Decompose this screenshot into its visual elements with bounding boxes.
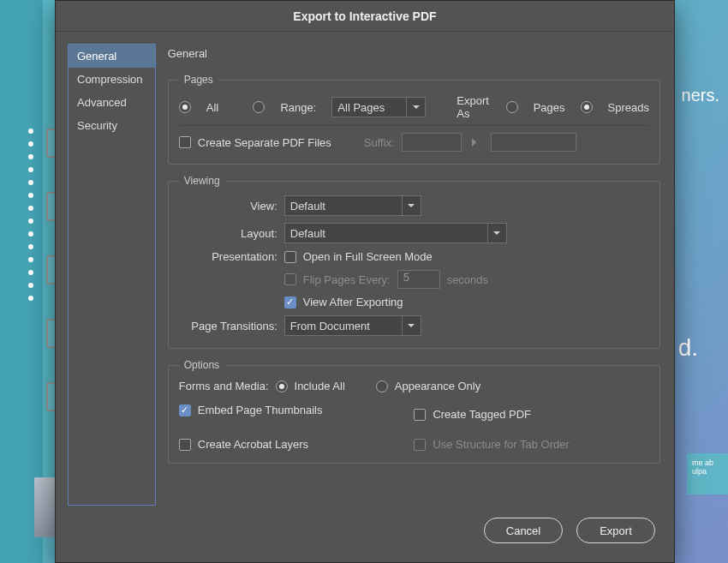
sidebar-item-general[interactable]: General xyxy=(69,45,155,68)
page-transitions-value: From Document xyxy=(290,320,370,332)
acrobat-layers-check[interactable] xyxy=(179,439,191,451)
page-transitions-label: Page Transitions: xyxy=(179,320,277,332)
acrobat-layers-label: Create Acrobat Layers xyxy=(198,438,308,451)
tagged-pdf-check[interactable] xyxy=(414,409,426,421)
dialog-footer: Cancel Export xyxy=(56,506,674,562)
suffix-label: Suffix: xyxy=(364,136,395,149)
flip-pages-value: 5 xyxy=(397,270,440,289)
embed-thumbs-label: Embed Page Thumbnails xyxy=(198,404,323,416)
view-label: View: xyxy=(179,200,277,213)
layout-label: Layout: xyxy=(179,227,277,240)
arrow-right-icon xyxy=(472,138,480,147)
bg-swatch: me ab ulpa xyxy=(687,453,728,494)
pages-all-radio[interactable] xyxy=(179,101,191,113)
sidebar-item-advanced[interactable]: Advanced xyxy=(69,91,155,114)
flip-pages-label: Flip Pages Every: xyxy=(303,273,391,286)
include-all-radio[interactable] xyxy=(276,380,288,392)
pages-legend: Pages xyxy=(179,74,218,86)
view-value: Default xyxy=(290,200,325,213)
sidebar-item-compression[interactable]: Compression xyxy=(69,68,155,91)
fullscreen-label: Open in Full Screen Mode xyxy=(303,250,433,263)
tagged-pdf-label: Create Tagged PDF xyxy=(433,408,531,421)
pages-range-label: Range: xyxy=(280,101,316,114)
view-select[interactable]: Default xyxy=(284,195,421,216)
export-dialog: Export to Interactive PDF General Compre… xyxy=(55,0,675,563)
sidebar: General Compression Advanced Security xyxy=(68,44,156,506)
bg-dots xyxy=(28,129,33,301)
sidebar-item-security[interactable]: Security xyxy=(69,114,155,137)
view-after-export-label: View After Exporting xyxy=(303,296,403,308)
options-legend: Options xyxy=(179,359,224,371)
main-panel: General Pages All Range: All Pages Expor… xyxy=(168,44,660,506)
fullscreen-check[interactable] xyxy=(284,251,296,263)
structure-tab-check xyxy=(414,439,426,451)
viewing-legend: Viewing xyxy=(179,175,225,187)
bg-text-d: d. xyxy=(678,334,698,362)
export-as-spreads-radio[interactable] xyxy=(581,101,593,113)
dialog-title: Export to Interactive PDF xyxy=(56,1,674,32)
layout-select[interactable]: Default xyxy=(284,223,507,243)
export-button[interactable]: Export xyxy=(576,518,655,543)
chevron-down-icon xyxy=(487,224,506,243)
pages-range-radio[interactable] xyxy=(253,101,265,113)
chevron-down-icon xyxy=(406,98,425,117)
export-as-pages-radio[interactable] xyxy=(506,101,518,113)
presentation-label: Presentation: xyxy=(179,250,277,263)
pages-group: Pages All Range: All Pages Export As Pag… xyxy=(168,74,660,165)
layout-value: Default xyxy=(290,227,325,240)
pages-all-label: All xyxy=(206,101,218,114)
suffix-input-1 xyxy=(402,133,462,152)
structure-tab-label: Use Structure for Tab Order xyxy=(433,438,569,451)
export-as-spreads-label: Spreads xyxy=(608,101,649,114)
forms-media-label: Forms and Media: xyxy=(179,380,269,392)
bg-text-ners: ners. xyxy=(682,86,719,105)
cancel-button[interactable]: Cancel xyxy=(484,518,563,543)
options-group: Options Forms and Media: Include All App… xyxy=(168,359,660,464)
embed-thumbs-check[interactable] xyxy=(179,404,191,416)
create-separate-files-check[interactable] xyxy=(179,136,191,148)
include-all-label: Include All xyxy=(295,380,345,392)
view-after-export-check[interactable] xyxy=(284,296,296,308)
export-as-label: Export As xyxy=(456,94,490,120)
create-separate-files-label: Create Separate PDF Files xyxy=(198,136,331,149)
flip-pages-seconds: seconds xyxy=(447,273,488,286)
export-as-pages-label: Pages xyxy=(534,101,565,114)
appearance-only-label: Appearance Only xyxy=(395,380,480,392)
chevron-down-icon xyxy=(402,196,421,215)
suffix-input-2 xyxy=(491,133,576,152)
flip-pages-check xyxy=(284,273,296,285)
viewing-group: Viewing View: Default Layout: Default xyxy=(168,175,660,349)
chevron-down-icon xyxy=(402,316,421,335)
pages-range-value: All Pages xyxy=(337,101,385,114)
panel-heading: General xyxy=(168,47,660,60)
pages-range-select[interactable]: All Pages xyxy=(331,97,426,117)
page-transitions-select[interactable]: From Document xyxy=(284,315,421,336)
appearance-only-radio[interactable] xyxy=(376,380,388,392)
